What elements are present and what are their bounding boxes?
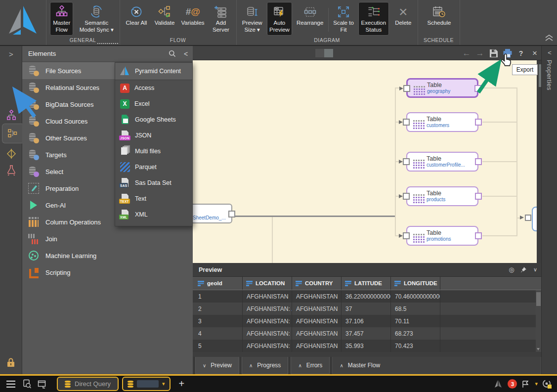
column-header[interactable]: LONGITUDE xyxy=(391,277,440,290)
rail-master-flow-icon xyxy=(5,110,17,122)
elements-list-item[interactable]: Join xyxy=(22,230,193,247)
column-header[interactable]: COUNTRY xyxy=(292,277,342,290)
redo-icon[interactable]: → xyxy=(473,46,486,60)
table-node[interactable]: Table products xyxy=(406,186,478,206)
bottom-tab[interactable]: ∧ Master Flow xyxy=(332,357,541,374)
connection-status-icon[interactable] xyxy=(542,379,552,389)
table-node[interactable]: Table customerProfile... xyxy=(406,152,478,172)
input-port[interactable] xyxy=(403,119,410,126)
clear-all-button[interactable]: Clear All xyxy=(124,2,149,36)
table-row[interactable]: 4 AFGHANISTAN: B AFGHANISTAN 37.457 68.2… xyxy=(193,327,541,340)
ribbon-scroll-indicator xyxy=(97,43,118,44)
undo-icon[interactable]: ← xyxy=(460,46,473,60)
rail-master-flow-button[interactable] xyxy=(0,106,22,125)
lock-icon[interactable] xyxy=(6,358,16,368)
save-icon[interactable] xyxy=(487,46,500,60)
output-port[interactable] xyxy=(475,158,482,165)
schedule-button[interactable]: Schedule xyxy=(424,2,455,36)
submenu-item[interactable]: Google Sheets xyxy=(115,112,192,128)
search-icon[interactable] xyxy=(165,50,179,57)
export-printer-icon[interactable] xyxy=(501,46,514,60)
table-row[interactable]: 5 AFGHANISTAN: B AFGHANISTAN 35.993 70.4… xyxy=(193,340,541,352)
scale-to-fit-button[interactable]: Scale to Fit xyxy=(332,2,355,36)
canvas-vscrollbar[interactable] xyxy=(537,60,541,263)
direct-query-tab[interactable]: Direct Query xyxy=(57,377,119,391)
model-tab[interactable]: ▾ xyxy=(122,377,171,391)
submenu-item[interactable]: TEXT Text xyxy=(115,191,192,207)
column-header[interactable]: geoId xyxy=(194,277,243,290)
bottom-tab[interactable]: ∧ Progress xyxy=(242,357,288,374)
variables-button[interactable]: Variables xyxy=(180,2,206,36)
collapse-preview-icon[interactable]: ∨ xyxy=(529,266,541,273)
master-flow-button[interactable]: Master Flow xyxy=(50,2,73,36)
close-icon[interactable]: × xyxy=(528,46,541,60)
output-port[interactable] xyxy=(475,119,482,126)
bottom-tab[interactable]: ∧ Errors xyxy=(291,357,330,374)
canvas-hscroll-track[interactable] xyxy=(315,49,324,57)
table-node[interactable]: Table customers xyxy=(406,112,478,132)
auto-preview-button[interactable]: Auto Preview xyxy=(267,2,292,36)
input-port[interactable] xyxy=(403,158,410,165)
input-port[interactable] xyxy=(403,232,410,239)
elements-list-item[interactable]: Scripting xyxy=(22,264,193,281)
table-row[interactable]: 2 AFGHANISTAN: A AFGHANISTAN 37 68.5 xyxy=(193,303,541,315)
submenu-item[interactable]: X Excel xyxy=(115,96,192,112)
delete-button[interactable]: Delete xyxy=(392,2,415,36)
help-icon[interactable]: ? xyxy=(514,46,527,60)
table-row[interactable]: 3 AFGHANISTAN: B AFGHANISTAN 37.106 70.1… xyxy=(193,315,541,327)
submenu-item[interactable]: A Access xyxy=(115,80,192,96)
watch-icon[interactable]: ◎ xyxy=(506,266,517,273)
output-port[interactable] xyxy=(474,85,481,92)
table-node[interactable]: Table promotions xyxy=(406,226,478,246)
submenu-item[interactable]: Multi files xyxy=(115,143,192,159)
rail-test-button[interactable] xyxy=(0,161,22,179)
submenu-item[interactable]: XML XML xyxy=(115,207,192,222)
column-header[interactable]: LATITUDE xyxy=(342,277,391,290)
validate-button[interactable]: Validate xyxy=(152,2,177,36)
add-tab-button[interactable]: + xyxy=(179,378,185,390)
genai-pyramid-icon[interactable] xyxy=(493,380,503,389)
preview-table-rows: 1 AFGHANISTAN AFGHANISTAN 36.22000000000… xyxy=(193,290,541,352)
pin-flag-icon[interactable] xyxy=(521,380,530,389)
canvas-hscroll-thumb[interactable] xyxy=(324,49,333,57)
copy-search-icon[interactable] xyxy=(22,379,32,389)
input-port[interactable] xyxy=(525,215,531,221)
notification-badge[interactable]: 3 xyxy=(508,379,517,389)
add-server-button[interactable]: Add Server xyxy=(209,2,233,36)
table-node[interactable]: Table geography xyxy=(406,78,478,98)
table-row[interactable]: 1 AFGHANISTAN AFGHANISTAN 36.22000000000… xyxy=(193,290,541,303)
elements-list-item[interactable]: Machine Learning xyxy=(22,247,193,264)
collapse-panel-icon[interactable]: < xyxy=(179,50,193,58)
column-header[interactable]: LOCATION xyxy=(243,277,292,290)
submenu-item[interactable]: Parquet xyxy=(115,159,192,175)
bottom-tab[interactable]: ∨ Preview xyxy=(195,357,239,374)
submenu-item[interactable]: Pyramid Content xyxy=(115,63,192,80)
submenu-item-icon: A xyxy=(120,84,129,93)
semantic-model-sync-button[interactable]: Semantic Model Sync ▾ xyxy=(76,2,117,36)
collapse-ribbon-button[interactable] xyxy=(544,34,554,42)
rail-data-flow-button[interactable] xyxy=(2,124,22,143)
input-port[interactable] xyxy=(403,85,410,92)
flow-window-icon[interactable] xyxy=(38,380,47,389)
execution-status-button[interactable]: Execution Status xyxy=(358,2,388,36)
pin-icon[interactable] xyxy=(517,266,529,273)
icon-badge-text: JSON xyxy=(119,135,130,140)
tab-chevron-icon: ∧ xyxy=(340,363,343,368)
submenu-item[interactable]: JSON JSON xyxy=(115,128,192,143)
preview-size-button[interactable]: Preview Size ▾ xyxy=(240,2,264,36)
properties-tab[interactable]: Properties xyxy=(546,60,553,90)
table-vscrollbar[interactable] xyxy=(536,290,541,352)
flow-canvas[interactable]: SheetDemo_... Table geography xyxy=(193,60,541,263)
rearrange-button[interactable]: Rearrange xyxy=(295,2,325,36)
submenu-item[interactable]: SAS Sas Data Set xyxy=(115,175,192,191)
hamburger-menu-icon[interactable] xyxy=(6,384,15,385)
output-port[interactable] xyxy=(475,193,482,200)
output-port[interactable] xyxy=(475,232,482,239)
tab-dropdown-caret[interactable]: ▾ xyxy=(162,381,165,387)
status-dropdown-caret[interactable]: ▾ xyxy=(535,381,538,387)
expand-rail-button[interactable]: > xyxy=(0,47,22,61)
schedule-icon xyxy=(432,4,446,20)
rail-data-flow-icon xyxy=(6,128,18,139)
input-port[interactable] xyxy=(403,193,410,200)
expand-properties-icon[interactable]: < xyxy=(542,49,557,56)
